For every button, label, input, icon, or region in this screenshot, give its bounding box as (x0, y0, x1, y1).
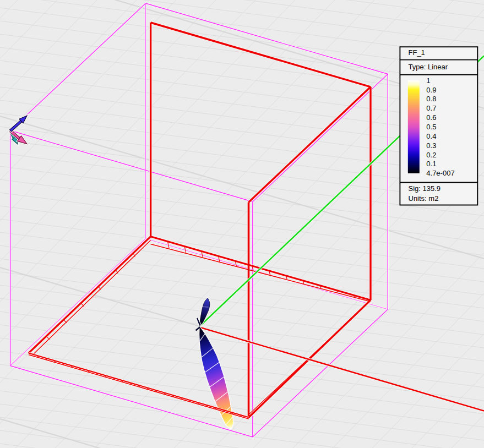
svg-text:0.6: 0.6 (426, 113, 436, 122)
svg-text:0.9: 0.9 (426, 86, 436, 94)
svg-text:0.4: 0.4 (426, 132, 436, 140)
svg-text:FF_1: FF_1 (409, 48, 425, 57)
svg-text:0.7: 0.7 (426, 104, 436, 112)
svg-text:0.2: 0.2 (426, 151, 436, 159)
svg-text:1: 1 (426, 77, 430, 85)
svg-text:0.3: 0.3 (426, 141, 436, 150)
svg-text:0.5: 0.5 (426, 123, 436, 131)
svg-text:0.1: 0.1 (426, 160, 436, 168)
svg-text:4.7e-007: 4.7e-007 (426, 169, 454, 177)
svg-text:Type: Linear: Type: Linear (409, 63, 448, 71)
svg-text:Sig: 135.9: Sig: 135.9 (409, 184, 441, 193)
svg-text:Units: m2: Units: m2 (409, 194, 439, 203)
svg-text:0.8: 0.8 (426, 95, 436, 103)
